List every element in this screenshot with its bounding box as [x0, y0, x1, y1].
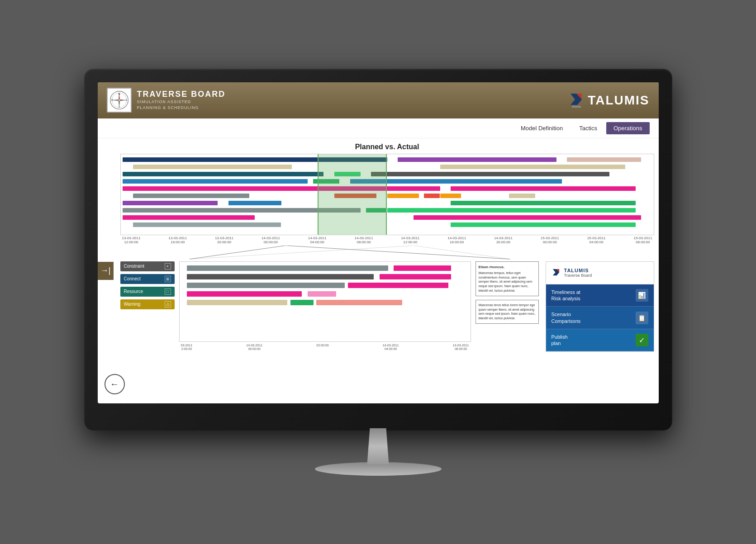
- talumis-text: TALUMIS: [588, 93, 649, 108]
- warning-button[interactable]: Warning ⚠: [120, 299, 175, 309]
- zoom-gantt-rows: [180, 262, 471, 310]
- monitor: N S W E TRAVERSE BOARD SIMULATION ASSIST…: [84, 69, 672, 476]
- panel-talumis-icon: [552, 267, 561, 279]
- tooltip-2: Maecenas teros tellus lorem tempor ege q…: [475, 300, 539, 324]
- time-label-5: 14-03-201108:00:00: [355, 236, 373, 245]
- time-label-6: 14-03-201112:00:00: [401, 236, 419, 245]
- time-label-11: 15-03-201108:00:00: [633, 236, 652, 245]
- zoom-time-2: 02:00:00: [316, 344, 328, 351]
- screen: N S W E TRAVERSE BOARD SIMULATION ASSIST…: [98, 82, 659, 403]
- nav-tactics[interactable]: Tactics: [572, 122, 604, 134]
- svg-line-17: [190, 246, 414, 259]
- time-label-8: 14-03-201120:00:00: [494, 236, 513, 245]
- monitor-bezel: N S W E TRAVERSE BOARD SIMULATION ASSIST…: [84, 69, 672, 430]
- time-axis: 13-03-201112:00:00 13-03-201116:00:00 13…: [120, 236, 654, 245]
- time-label-4: 14-03-201104:00:00: [308, 236, 327, 245]
- zoom-time-3: 14-03-201104:00:00: [383, 344, 399, 351]
- monitor-stand: [84, 428, 672, 476]
- right-panel: TALUMIS Traverse Board Timeliness atRisk…: [546, 261, 654, 352]
- panel-talumis-label: TALUMIS: [564, 268, 592, 273]
- gantt-highlight-region: [318, 154, 387, 235]
- chart-area: Planned vs. Actual: [98, 138, 659, 403]
- app-subtitle: SIMULATION ASSISTED PLANNING & SCHEDULIN…: [137, 99, 226, 110]
- zoom-row-1: [181, 265, 469, 272]
- zoom-time-1: 14-03-201100:00:00: [246, 344, 262, 351]
- panel-menu: Timeliness atRisk analysis 📊 ScenarioCom…: [546, 284, 654, 352]
- header-left: N S W E TRAVERSE BOARD SIMULATION ASSIST…: [107, 88, 226, 113]
- app-header: N S W E TRAVERSE BOARD SIMULATION ASSIST…: [98, 82, 659, 118]
- constraint-button[interactable]: Constraint +: [120, 261, 175, 271]
- gantt-row-8: [123, 208, 652, 213]
- time-label-0: 13-03-201112:00:00: [122, 236, 141, 245]
- svg-line-15: [190, 246, 285, 259]
- stand-neck: [365, 428, 392, 464]
- panel-header: TALUMIS Traverse Board: [546, 262, 654, 284]
- time-label-2: 13-03-201120:00:00: [215, 236, 233, 245]
- menu-timeliness[interactable]: Timeliness atRisk analysis 📊: [546, 284, 654, 307]
- connect-label: Connect: [124, 276, 141, 281]
- main-content: →| Planned vs. Actual: [98, 138, 659, 403]
- back-button[interactable]: ←: [105, 374, 125, 394]
- time-label-10: 15-03-201104:00:00: [587, 236, 606, 245]
- time-label-9: 15-03-201100:00:00: [541, 236, 559, 245]
- gantt-row-5: [123, 186, 652, 191]
- tooltip-1: Etiam rhoncus. Maecenas tempus, tellus e…: [475, 261, 539, 296]
- warning-label: Warning: [124, 302, 141, 307]
- gantt-row-9: [123, 215, 652, 220]
- warning-icon: ⚠: [165, 301, 171, 307]
- nav-model-definition[interactable]: Model Definition: [514, 122, 570, 134]
- zoom-row-4: [181, 291, 469, 298]
- panel-title-group: TALUMIS Traverse Board: [564, 268, 592, 278]
- menu-scenario[interactable]: ScenarioComparisons 📋: [546, 307, 654, 329]
- zoom-time-4: 14-03-201106:00:00: [453, 344, 469, 351]
- app-title-group: TRAVERSE BOARD SIMULATION ASSISTED PLANN…: [137, 90, 226, 110]
- connect-button[interactable]: Connect ⊞: [120, 274, 175, 284]
- nav-bar: Model Definition Tactics Operations: [98, 118, 659, 138]
- tooltip-2-body: Maecenas teros tellus lorem tempor ege q…: [479, 303, 536, 321]
- sidebar-toggle-button[interactable]: →|: [98, 262, 114, 280]
- gantt-row-7: [123, 200, 652, 206]
- svg-text:W: W: [111, 99, 114, 101]
- zoom-time-0: 03-20112:00:00: [181, 344, 193, 351]
- gantt-rows: [121, 154, 654, 230]
- menu-timeliness-icon: 📊: [636, 289, 648, 302]
- menu-scenario-icon: 📋: [636, 312, 648, 324]
- nav-operations[interactable]: Operations: [606, 122, 650, 134]
- connect-icon: ⊞: [165, 276, 171, 282]
- gantt-row-2: [123, 164, 652, 170]
- zoom-gantt-section: 03-20112:00:00 14-03-201100:00:00 02:00:…: [179, 261, 471, 352]
- talumis-logo: TALUMIS: [568, 91, 649, 109]
- talumis-icon: [568, 91, 584, 109]
- gantt-row-3: [123, 171, 652, 177]
- zoom-row-2: [181, 274, 469, 280]
- app-main-title: TRAVERSE BOARD: [137, 90, 226, 99]
- chart-title: Planned vs. Actual: [120, 143, 654, 151]
- zoom-row-5: [181, 300, 469, 306]
- svg-text:E: E: [126, 99, 127, 101]
- resource-button[interactable]: Resource □: [120, 287, 175, 297]
- menu-scenario-label: ScenarioComparisons: [552, 311, 631, 324]
- menu-publish-label: Publishplan: [552, 334, 631, 347]
- constraint-icon: +: [165, 263, 171, 270]
- menu-timeliness-label: Timeliness atRisk analysis: [552, 289, 631, 302]
- panel-subtitle: Traverse Board: [564, 273, 592, 278]
- tooltip-section: Etiam rhoncus. Maecenas tempus, tellus e…: [475, 261, 541, 352]
- zoom-time-axis: 03-20112:00:00 14-03-201100:00:00 02:00:…: [179, 343, 471, 352]
- constraint-label: Constraint: [124, 264, 145, 269]
- tool-buttons: Constraint + Connect ⊞ Resource □: [120, 261, 175, 352]
- time-label-1: 13-03-201116:00:00: [168, 236, 187, 245]
- time-label-3: 14-03-201100:00:00: [262, 236, 280, 245]
- tooltip-1-body: Maecenas tempus, tellus eget condimentum…: [479, 271, 536, 293]
- gantt-row-6: [123, 193, 652, 199]
- main-gantt-chart: [120, 154, 654, 235]
- svg-line-18: [414, 246, 509, 259]
- gantt-row-4: [123, 179, 652, 184]
- svg-line-16: [285, 246, 510, 259]
- compass-icon: N S W E: [109, 90, 129, 110]
- compass-logo: N S W E: [107, 88, 132, 113]
- header-right: TALUMIS: [568, 91, 649, 109]
- menu-publish[interactable]: Publishplan ✓: [546, 329, 654, 352]
- svg-rect-14: [572, 106, 581, 108]
- zoom-row-3: [181, 283, 469, 289]
- gantt-row-1: [123, 157, 652, 162]
